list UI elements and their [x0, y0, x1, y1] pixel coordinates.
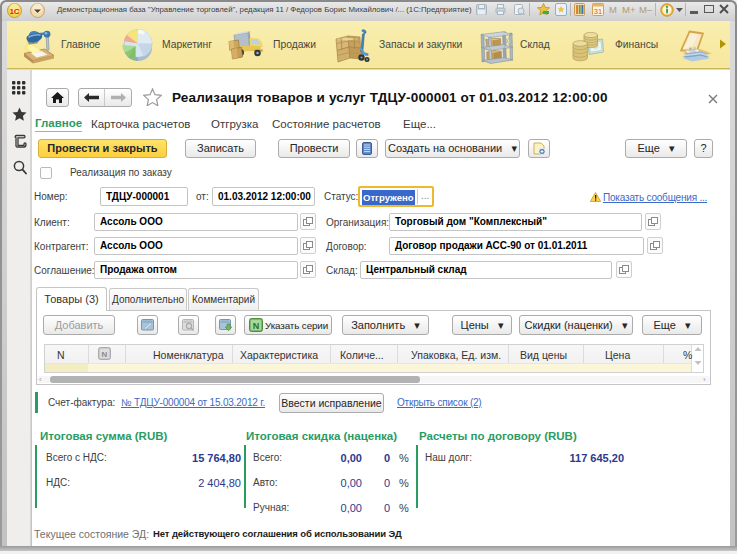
svg-text:N: N: [253, 321, 260, 331]
svg-text:1C: 1C: [9, 7, 19, 16]
svg-text:N: N: [102, 350, 108, 359]
svg-text:31: 31: [594, 7, 602, 16]
